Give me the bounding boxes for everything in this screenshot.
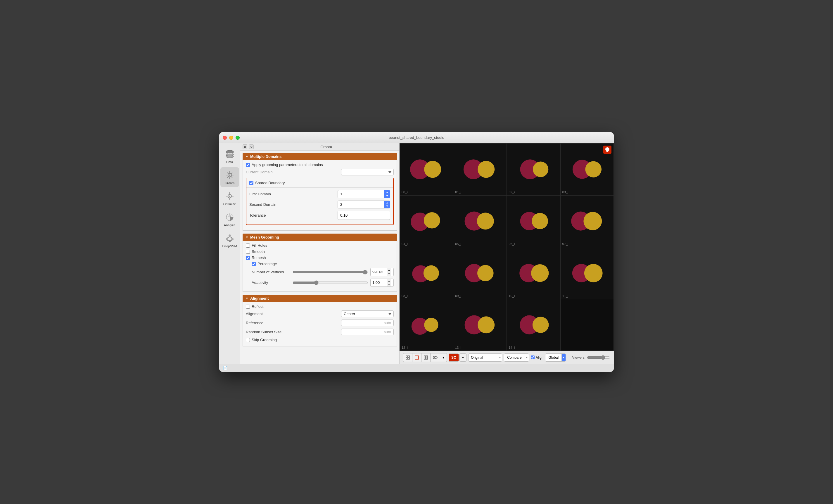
alignment-section: ▼ Alignment Reflect Alignment Cent (243, 295, 397, 346)
svg-point-28 (424, 161, 441, 178)
status-bar: 📄 (219, 364, 614, 372)
peanut-13 (458, 304, 501, 345)
minimize-button[interactable] (229, 136, 233, 140)
tolerance-label: Tolerance (249, 213, 290, 217)
viewer-cell-14[interactable]: 14_i (507, 299, 560, 351)
viewer-cell-07[interactable]: 07_i (560, 195, 614, 247)
arrow-down-btn[interactable]: ▾ (440, 354, 447, 362)
sidebar-item-optimize[interactable]: Optimize (220, 188, 239, 208)
close-button[interactable] (223, 136, 227, 140)
reflect-checkbox[interactable] (246, 305, 250, 309)
compare-icon (424, 356, 428, 360)
smooth-checkbox[interactable] (246, 250, 250, 254)
adaptivity-slider[interactable] (292, 280, 368, 285)
percentage-checkbox[interactable] (252, 262, 256, 266)
panel-refresh-btn[interactable]: ↻ (249, 144, 254, 149)
viewer-cell-06[interactable]: 06_i (507, 195, 560, 247)
alignment-dropdown-row: Alignment Center (246, 310, 394, 317)
multiple-domains-content: Apply grooming parameters to all domains… (243, 160, 397, 231)
first-domain-down[interactable]: ▼ (384, 194, 390, 198)
data-icon (224, 148, 235, 160)
viewer-cell-08[interactable]: 08_i (400, 247, 453, 299)
second-domain-input[interactable] (338, 201, 384, 208)
viewer-cell-04[interactable]: 04_i (400, 195, 453, 247)
alignment-header[interactable]: ▼ Alignment (243, 295, 397, 302)
reference-row: Reference auto (246, 319, 394, 326)
sidebar-item-deepssm[interactable]: DeepSSM (220, 231, 239, 250)
align-label: Align (536, 356, 544, 360)
svg-rect-61 (415, 356, 419, 359)
apply-all-checkbox[interactable] (246, 163, 250, 167)
single-view-btn[interactable] (412, 354, 422, 362)
tolerance-input[interactable] (338, 212, 390, 218)
groom-icon (224, 170, 235, 181)
viewers-slider[interactable] (587, 355, 610, 360)
peanut-10 (513, 253, 555, 293)
panel-title: Groom (256, 145, 397, 149)
traffic-lights (223, 136, 240, 140)
so-dropdown-btn[interactable]: ▾ (459, 354, 467, 362)
svg-point-46 (477, 265, 494, 281)
num-vertices-down[interactable]: ▼ (387, 272, 391, 276)
first-domain-input[interactable] (338, 191, 384, 197)
skip-grooming-checkbox[interactable] (246, 338, 250, 342)
original-dropdown: Original ▾ (468, 354, 502, 362)
fill-holes-row: Fill Holes (246, 243, 394, 248)
random-subset-control: auto (287, 329, 394, 335)
overlay-btn[interactable] (430, 354, 440, 362)
original-dropdown-arrow[interactable]: ▾ (498, 354, 502, 361)
viewer-cell-05[interactable]: 05_i (453, 195, 506, 247)
groom-label: Groom (225, 181, 235, 185)
multiple-domains-label: Multiple Domains (250, 154, 282, 159)
sidebar-item-groom[interactable]: Groom (220, 167, 239, 187)
alignment-select[interactable]: Center (341, 310, 394, 317)
sidebar-item-data[interactable]: Data (220, 146, 239, 166)
sidebar-item-analyze[interactable]: Analyze (220, 209, 239, 229)
global-btn[interactable]: Global (545, 355, 562, 360)
num-vertices-value[interactable] (371, 269, 387, 275)
viewer-cell-01[interactable]: 01_i (453, 143, 506, 195)
compare-btn[interactable]: Compare (504, 355, 524, 360)
alignment-label: Alignment (250, 296, 269, 301)
adaptivity-value[interactable] (371, 280, 387, 286)
panel-close-btn[interactable]: ✕ (243, 144, 247, 149)
second-domain-down[interactable]: ▼ (384, 205, 390, 208)
second-domain-up[interactable]: ▲ (384, 201, 390, 205)
maximize-button[interactable] (236, 136, 240, 140)
fill-holes-checkbox[interactable] (246, 243, 250, 248)
viewer-cell-13[interactable]: 13_i (453, 299, 506, 351)
adaptivity-down[interactable]: ▼ (387, 283, 391, 287)
compare-view-btn[interactable] (422, 354, 430, 362)
viewer-cell-09[interactable]: 09_i (453, 247, 506, 299)
compare-dropdown-arrow[interactable]: ▾ (525, 354, 529, 361)
first-domain-up[interactable]: ▲ (384, 190, 390, 194)
alignment-arrow: ▼ (245, 297, 248, 300)
grid-view-btn[interactable] (403, 354, 412, 362)
global-dropdown-arrow[interactable]: ▾ (562, 354, 566, 361)
brand-icon (603, 146, 612, 154)
svg-point-3 (229, 174, 230, 176)
viewer-cell-00[interactable]: 00_i (400, 143, 453, 195)
so-btn[interactable]: SO (449, 354, 459, 362)
remesh-checkbox[interactable] (246, 256, 250, 260)
cell-label-12: 12_i (402, 346, 408, 349)
original-select[interactable]: Original (469, 355, 498, 360)
svg-point-19 (229, 235, 231, 237)
mesh-grooming-header[interactable]: ▼ Mesh Grooming (243, 234, 397, 241)
align-checkbox[interactable] (531, 356, 534, 359)
num-vertices-up[interactable]: ▲ (387, 268, 391, 272)
viewer-cell-11[interactable]: 11_i (560, 247, 614, 299)
viewer-cell-10[interactable]: 10_i (507, 247, 560, 299)
num-vertices-value-btns: ▲ ▼ (387, 268, 391, 276)
reflect-label: Reflect (252, 304, 263, 309)
num-vertices-slider[interactable] (292, 270, 368, 274)
peanut-07 (566, 200, 608, 241)
viewer-cell-12[interactable]: 12_i (400, 299, 453, 351)
shared-boundary-checkbox[interactable] (249, 181, 254, 185)
percentage-label: Percentage (258, 262, 277, 266)
adaptivity-up[interactable]: ▲ (387, 279, 391, 283)
viewer-cell-02[interactable]: 02_i (507, 143, 560, 195)
multiple-domains-header[interactable]: ▼ Multiple Domains (243, 153, 397, 160)
svg-point-32 (533, 161, 548, 177)
current-domain-select[interactable] (341, 169, 394, 175)
